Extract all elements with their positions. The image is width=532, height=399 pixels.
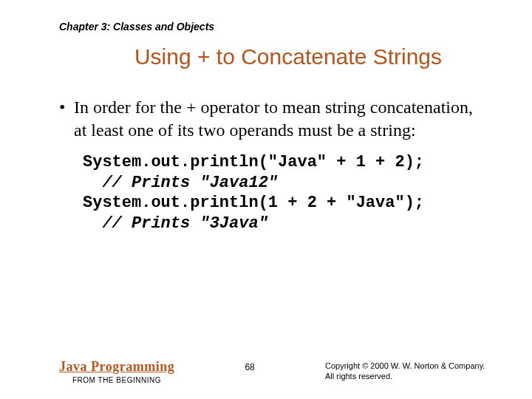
code-line: System.out.println("Java" + 1 + 2); <box>83 153 424 171</box>
code-line: System.out.println(1 + 2 + "Java"); <box>83 194 424 212</box>
copyright: Copyright © 2000 W. W. Norton & Company.… <box>325 359 502 382</box>
chapter-header: Chapter 3: Classes and Objects <box>59 21 214 33</box>
book-subtitle: FROM THE BEGINNING <box>72 376 174 384</box>
bullet-mark: • <box>59 96 74 142</box>
slide-title: Using + to Concatenate Strings <box>0 44 532 69</box>
page-number: 68 <box>174 359 325 372</box>
bullet-text: In order for the + operator to mean stri… <box>74 96 480 142</box>
code-comment: // Prints "3Java" <box>83 214 268 233</box>
slide-body: • In order for the + operator to mean st… <box>59 96 480 233</box>
bullet-item: • In order for the + operator to mean st… <box>59 96 480 142</box>
book-title: Java Programming <box>59 359 174 375</box>
slide-footer: Java Programming FROM THE BEGINNING 68 C… <box>59 359 502 384</box>
footer-book: Java Programming FROM THE BEGINNING <box>59 359 174 384</box>
copyright-line: All rights reserved. <box>325 371 502 381</box>
code-block: System.out.println("Java" + 1 + 2); // P… <box>83 152 480 233</box>
code-comment: // Prints "Java12" <box>83 174 278 192</box>
copyright-line: Copyright © 2000 W. W. Norton & Company. <box>325 361 502 371</box>
